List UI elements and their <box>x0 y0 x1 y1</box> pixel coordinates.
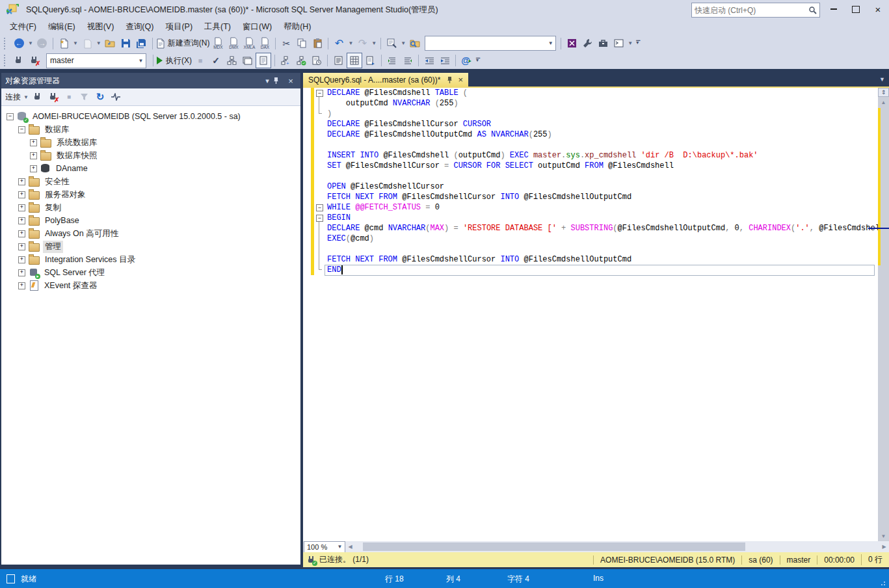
new-mdx-query-button[interactable]: MDX <box>211 36 225 51</box>
change-connection-button[interactable] <box>12 53 26 68</box>
new-dax-query-button[interactable]: DAX <box>258 36 272 51</box>
resize-grip[interactable] <box>881 580 887 586</box>
navigate-backward-dropdown-icon[interactable]: ▼ <box>28 40 33 46</box>
expand-icon[interactable]: + <box>18 178 25 185</box>
menu-item[interactable]: 视图(V) <box>81 20 120 34</box>
tree-item[interactable]: +复制 <box>1 201 300 214</box>
minimize-button[interactable] <box>823 0 845 18</box>
uncomment-button[interactable] <box>401 53 415 68</box>
filter-icon[interactable] <box>77 90 92 104</box>
menu-item[interactable]: 文件(F) <box>4 20 42 34</box>
visual-studio-button[interactable] <box>564 36 579 51</box>
execute-button[interactable]: 执行(X) <box>157 53 192 68</box>
navigate-forward-button[interactable]: → <box>35 36 49 51</box>
menu-item[interactable]: 帮助(H) <box>278 20 317 34</box>
tree-item[interactable]: +管理 <box>1 240 300 253</box>
expand-icon[interactable]: + <box>18 204 25 211</box>
code-line[interactable]: FETCH NEXT FROM @FilesCmdshellCursor INT… <box>327 254 878 265</box>
horizontal-scrollbar-thumb[interactable] <box>363 542 745 551</box>
quick-launch-box[interactable] <box>691 3 820 18</box>
tree-item[interactable]: +PolyBase <box>1 214 300 227</box>
menu-item[interactable]: 查询(Q) <box>120 20 159 34</box>
stop-button[interactable]: ■ <box>62 90 76 104</box>
code-line[interactable]: FETCH NEXT FROM @FilesCmdshellCursor INT… <box>327 192 878 202</box>
tree-item[interactable]: +▸SQL Server 代理 <box>1 266 300 279</box>
disconnect-object-explorer-button[interactable]: ✗ <box>46 90 60 104</box>
results-to-grid-button[interactable] <box>347 53 362 68</box>
close-icon[interactable]: × <box>458 75 463 85</box>
increase-indent-button[interactable] <box>438 53 452 68</box>
expand-icon[interactable]: + <box>18 282 25 289</box>
tree-item[interactable]: +Integration Services 目录 <box>1 253 300 266</box>
expand-icon[interactable]: + <box>18 243 25 250</box>
collapse-icon[interactable]: − <box>7 113 14 120</box>
redo-dropdown-icon[interactable]: ▼ <box>371 40 377 46</box>
code-line[interactable]: ) <box>327 109 878 119</box>
menu-item[interactable]: 工具(T) <box>198 20 237 34</box>
paste-button[interactable] <box>310 36 325 51</box>
find-button[interactable] <box>384 36 399 51</box>
intellisense-enabled-button[interactable] <box>256 53 271 68</box>
menu-item[interactable]: 窗口(W) <box>237 20 278 34</box>
new-project-dropdown-icon[interactable]: ▼ <box>73 40 78 46</box>
expand-icon[interactable]: + <box>30 165 37 172</box>
code-line[interactable]: OPEN @FilesCmdshellCursor <box>327 181 878 192</box>
database-combo-dropdown-icon[interactable]: ▼ <box>136 58 146 64</box>
command-window-dropdown-icon[interactable]: ▼ <box>628 40 633 46</box>
vertical-scrollbar[interactable]: ⇕ ▲ ▼ <box>878 88 889 541</box>
new-project-button[interactable]: ★ <box>57 36 71 51</box>
save-button[interactable] <box>119 36 133 51</box>
comment-button[interactable] <box>385 53 399 68</box>
expand-icon[interactable]: + <box>30 152 37 159</box>
include-actual-plan-button[interactable]: + <box>278 53 293 68</box>
database-combobox[interactable]: master ▼ <box>46 53 146 68</box>
expand-icon[interactable]: + <box>18 191 25 198</box>
navigate-backward-button[interactable]: ← <box>12 36 26 51</box>
scroll-right-icon[interactable]: ▶ <box>879 544 889 550</box>
horizontal-scrollbar[interactable] <box>355 541 879 552</box>
document-tab[interactable]: SQLQuery6.sql - A....master (sa (60))* × <box>303 73 468 87</box>
pin-icon[interactable] <box>447 76 453 84</box>
connect-object-explorer-button[interactable] <box>31 90 45 104</box>
code-line[interactable]: INSERT INTO @FilesCmdshell (outputCmd) E… <box>327 150 878 161</box>
expand-icon[interactable]: + <box>18 256 25 263</box>
maximize-button[interactable] <box>845 0 867 18</box>
redo-button[interactable]: ↷ <box>355 36 369 51</box>
undo-button[interactable]: ↶ <box>332 36 346 51</box>
pin-icon[interactable] <box>273 77 285 85</box>
toolbar-overflow-button[interactable]: ▾▔ <box>476 59 480 62</box>
toolbox-button[interactable] <box>596 36 610 51</box>
parse-button[interactable]: ✓ <box>209 53 223 68</box>
connect-menu-button[interactable]: 连接 <box>4 92 22 103</box>
collapse-icon[interactable]: − <box>18 126 25 133</box>
cut-button[interactable]: ✂ <box>279 36 293 51</box>
new-dmx-query-button[interactable]: DMX <box>226 36 241 51</box>
code-line[interactable]: EXEC(@cmd) <box>327 234 878 244</box>
undo-dropdown-icon[interactable]: ▼ <box>348 40 353 46</box>
open-file-button[interactable] <box>103 36 118 51</box>
new-query-button[interactable]: 新建查询(N) <box>156 36 210 51</box>
connect-menu-dropdown-icon[interactable]: ▼ <box>23 94 29 100</box>
code-line[interactable]: END <box>327 265 878 275</box>
find-combobox[interactable]: ▼ <box>425 36 556 51</box>
tree-item[interactable]: +服务器对象 <box>1 188 300 201</box>
code-line[interactable]: DECLARE @cmd NVARCHAR(MAX) = 'RESTORE DA… <box>327 223 878 234</box>
tree-item[interactable]: +安全性 <box>1 175 300 188</box>
code-line[interactable]: DECLARE @FilesCmdshell TABLE ( <box>327 88 878 98</box>
find-in-files-button[interactable] <box>408 36 422 51</box>
tree-item[interactable]: +Always On 高可用性 <box>1 227 300 240</box>
menu-item[interactable]: 项目(P) <box>159 20 198 34</box>
add-item-button[interactable] <box>80 36 94 51</box>
cancel-query-button[interactable]: ■ <box>193 53 207 68</box>
refresh-button[interactable]: ↻ <box>93 90 107 104</box>
query-options-button[interactable] <box>240 53 254 68</box>
tree-item[interactable]: −数据库 <box>1 123 300 136</box>
menu-item[interactable]: 编辑(E) <box>42 20 81 34</box>
expand-icon[interactable]: + <box>18 230 25 237</box>
tree-item[interactable]: +DAname <box>1 162 300 175</box>
tree-item[interactable]: +系统数据库 <box>1 136 300 149</box>
decrease-indent-button[interactable] <box>422 53 436 68</box>
zoom-combobox[interactable]: 100 % ▼ <box>304 541 345 553</box>
scroll-up-icon[interactable]: ▲ <box>878 98 889 107</box>
close-icon[interactable]: × <box>285 76 297 86</box>
